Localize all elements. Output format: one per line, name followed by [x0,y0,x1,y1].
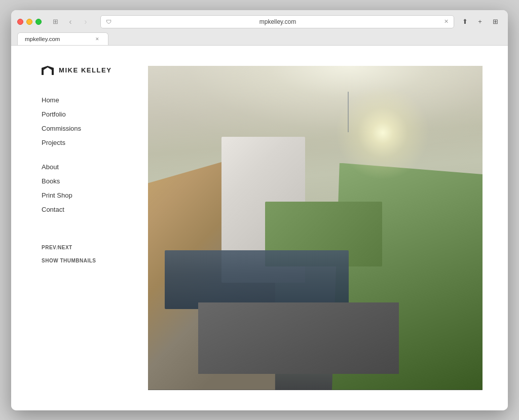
logo-icon [42,66,54,75]
tabs-overview-button[interactable]: ⊞ [489,17,502,27]
nav-about[interactable]: About [42,160,148,174]
address-bar-row: 🛡 mpkelley.com ✕ ⬆ + ⊞ [100,15,502,28]
nav-footer: PREV / NEXT SHOW THUMBNAILS [42,242,148,266]
hero-photo [148,66,483,390]
pool-area [165,250,349,309]
nav-group-1: Home Portfolio Commissions Projects [42,93,148,150]
minimize-button[interactable] [26,19,32,25]
address-bar-actions: ⬆ + ⊞ [458,17,502,27]
hero-image [148,66,483,390]
tab-bar: mpkelley.com ✕ [17,32,502,45]
traffic-lights [17,19,42,25]
tab-close-button[interactable]: ✕ [94,35,101,43]
svg-marker-0 [42,66,54,75]
nav-print-shop[interactable]: Print Shop [42,188,148,203]
browser-chrome: ⊞ ‹ › 🛡 mpkelley.com ✕ ⬆ + ⊞ mpkelley.c [11,10,508,46]
sidebar-toggle[interactable]: ⊞ [49,17,62,27]
browser-window: ⊞ ‹ › 🛡 mpkelley.com ✕ ⬆ + ⊞ mpkelley.c [11,10,508,410]
nav-contact[interactable]: Contact [42,203,148,217]
nav-home[interactable]: Home [42,93,148,107]
active-tab[interactable]: mpkelley.com ✕ [17,32,108,45]
logo-area: MIKE KELLEY [42,66,148,75]
maximize-button[interactable] [35,19,42,25]
nav-projects[interactable]: Projects [42,136,148,150]
sun-burst [332,82,433,183]
prev-link[interactable]: PREV [42,242,56,253]
close-tab-x[interactable]: ✕ [444,18,449,25]
antenna [348,92,349,132]
close-button[interactable] [17,19,23,25]
nav-group-2: About Books Print Shop Contact [42,160,148,217]
back-button[interactable]: ‹ [64,17,77,27]
show-thumbnails-link[interactable]: SHOW THUMBNAILS [42,255,148,266]
tab-title: mpkelley.com [25,36,60,42]
shield-icon: 🛡 [106,19,112,25]
forward-button[interactable]: › [79,17,92,27]
address-bar[interactable]: 🛡 mpkelley.com ✕ [100,15,454,28]
main-content [148,66,483,390]
next-link[interactable]: NEXT [58,242,72,253]
title-bar: ⊞ ‹ › 🛡 mpkelley.com ✕ ⬆ + ⊞ [17,15,502,28]
building-overlay [148,66,483,390]
site-title: MIKE KELLEY [59,66,112,74]
url-text: mpkelley.com [115,18,441,25]
prev-next-row: PREV / NEXT [42,242,148,253]
nav-commissions[interactable]: Commissions [42,122,148,136]
share-button[interactable]: ⬆ [458,17,471,27]
sidebar: MIKE KELLEY Home Portfolio Commissions P… [42,66,148,390]
nav-books[interactable]: Books [42,174,148,188]
nav-portfolio[interactable]: Portfolio [42,107,148,122]
browser-controls: ⊞ ‹ › [49,17,92,27]
new-tab-button[interactable]: + [473,17,487,27]
website-content: MIKE KELLEY Home Portfolio Commissions P… [11,46,508,410]
terrace-area [198,302,399,374]
